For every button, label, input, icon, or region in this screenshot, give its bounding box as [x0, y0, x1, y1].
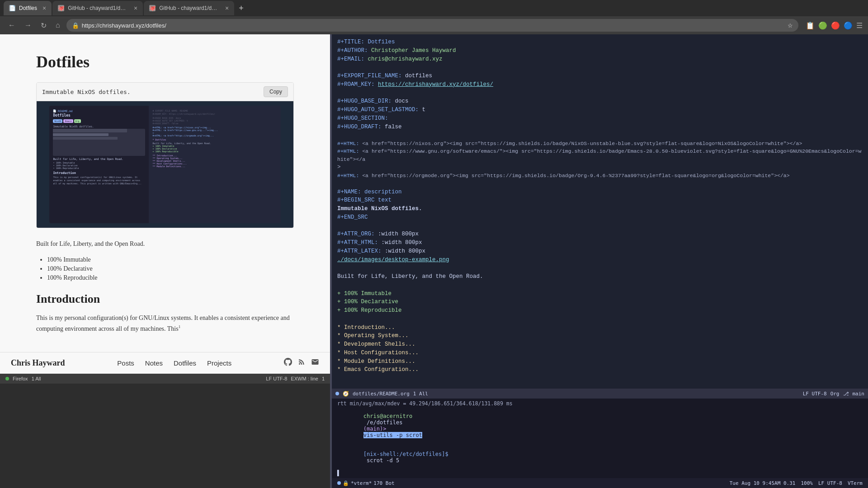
cursor-line: ▌ [337, 470, 863, 476]
sys-right: Tue Aug 10 9:45AM 0.31 100% LF UTF-8 VTe… [730, 480, 863, 486]
browser-name: Firefox [13, 376, 28, 381]
terminal-bottom: rtt min/avg/max/mdev = 49.294/186.651/36… [332, 399, 868, 478]
term-line-17: #+END_SRC [337, 213, 863, 222]
intro-title: Introduction [36, 292, 294, 306]
new-tab-button[interactable]: + [235, 4, 247, 13]
tab-title-2: GitHub - chayward1/doth... [68, 5, 128, 11]
terminal-status-bar: 🧭 dotfiles/README.org 1 All LF UTF-8 Org… [332, 389, 868, 399]
webpage-content: Dotfiles Immutable NixOS dotfiles. Copy … [0, 34, 330, 352]
tab-title-3: GitHub - chayward1/doth... [159, 5, 220, 11]
encoding-label: LF UTF-8 [266, 376, 287, 381]
page-description: Built for Life, Liberty, and the Open Ro… [36, 239, 294, 249]
tab-close-1[interactable]: × [42, 5, 46, 12]
term-branch-icon: ⎇ [843, 391, 849, 397]
browser-workspaces: 1 All [32, 376, 41, 381]
tab-dotfiles[interactable]: 📄 Dotfiles × [4, 1, 52, 15]
browser-panel: Dotfiles Immutable NixOS dotfiles. Copy … [0, 34, 330, 352]
term-line-30: * Module Definitions... [337, 357, 863, 366]
term-branch: main [853, 391, 865, 397]
sys-indicator [337, 481, 341, 485]
footer-nav: Chris Hayward Posts Notes Dotfiles Proje… [0, 352, 330, 374]
screenshot-image: 📄 README.md Dotfiles NixOS Emacs Org Imm… [37, 101, 293, 228]
copy-button[interactable]: Copy [264, 86, 288, 97]
line-num: 1 [322, 376, 325, 381]
code-block-container: Immutable NixOS dotfiles. Copy 📄 README.… [36, 82, 294, 228]
term-mode: Org [830, 391, 840, 397]
term-line-blank-8 [337, 315, 863, 324]
footer-link-dotfiles[interactable]: Dotfiles [174, 359, 196, 367]
term-line-25: + 100% Reproducible [337, 306, 863, 315]
profile-button[interactable]: 🟢 [818, 21, 827, 30]
screenshot-inner: 📄 README.md Dotfiles NixOS Emacs Org Imm… [49, 106, 280, 223]
page-title: Dotfiles [36, 52, 294, 71]
terminal-content[interactable]: #+TITLE: Dotfiles #+AUTHOR: Christopher … [332, 34, 868, 389]
cmd-highlight: vis-utils -p scrot [363, 432, 422, 438]
term-line-8: #+HUGO_SECTION: [337, 114, 863, 123]
list-item-1: 100% Immutable [47, 256, 294, 263]
term-line-18: #+ATTR_ORG: :width 800px [337, 230, 863, 239]
tab-favicon-1: 📄 [9, 5, 15, 11]
extensions-button[interactable]: 📋 [806, 21, 815, 30]
term-line-blank-7 [337, 281, 863, 290]
bookmark-icon[interactable]: ☆ [788, 22, 793, 29]
terminal-panel: #+TITLE: Dotfiles #+AUTHOR: Christopher … [332, 34, 868, 488]
tab-favicon-3: 🐙 [149, 5, 156, 11]
tab-favicon-2: 🐙 [58, 5, 64, 11]
screenshot-left-panel: 📄 README.md Dotfiles NixOS Emacs Org Imm… [49, 106, 149, 223]
menu-button[interactable]: ☰ [856, 21, 863, 30]
sys-battery: 100% [801, 480, 813, 486]
term-line-7: #+HUGO_AUTO_SET_LASTMOD: t [337, 106, 863, 114]
prompt-line: chris@acernitro /e/dotfiles (main)> vis-… [337, 407, 863, 445]
browser-status-bar: Firefox 1 All LF UTF-8 EXWM : line 1 [0, 374, 330, 384]
browser-chrome: 📄 Dotfiles × 🐙 GitHub - chayward1/doth..… [0, 0, 868, 34]
term-line-3: #+EMAIL: chris@chrishayward.xyz [337, 55, 863, 64]
term-line-blank-4 [337, 179, 863, 188]
forward-button[interactable]: → [22, 19, 34, 31]
term-line-20: #+ATTR_LATEX: :width 800px [337, 247, 863, 256]
rss-icon[interactable] [297, 358, 306, 368]
tab-bar: 📄 Dotfiles × 🐙 GitHub - chayward1/doth..… [0, 0, 868, 16]
tab-close-3[interactable]: × [225, 5, 229, 12]
browser-panel-wrapper: Dotfiles Immutable NixOS dotfiles. Copy … [0, 34, 330, 488]
term-indicator [335, 392, 339, 395]
screenshot-right-panel: # EXPORT_FILE_NAME: README #+ROAM_KEY: h… [149, 106, 280, 223]
term-line-27: * Operating System... [337, 332, 863, 340]
sys-left: 🔒 *vterm* 170 Bot [337, 480, 395, 486]
term-line-21: ./docs/images/desktop-example.png [337, 256, 863, 264]
rtt-line: rtt min/avg/max/mdev = 49.294/186.651/36… [337, 400, 863, 407]
term-line-12: > [337, 163, 863, 172]
addon-button-2[interactable]: 🔵 [844, 21, 853, 30]
nav-bar: ← → ↻ ⌂ 🔒 https://chrishayward.xyz/dotfi… [0, 16, 868, 34]
term-line-4: #+EXPORT_FILE_NAME: dotfiles [337, 72, 863, 80]
term-line-11: #+HTML: <a href="https://www.gnu.org/sof… [337, 147, 863, 163]
refresh-button[interactable]: ↻ [38, 19, 49, 32]
email-icon[interactable] [311, 358, 319, 368]
term-line-blank-3 [337, 131, 863, 140]
footer-link-posts[interactable]: Posts [117, 359, 134, 367]
sys-status-bar: 🔒 *vterm* 170 Bot Tue Aug 10 9:45AM 0.31… [332, 478, 868, 488]
term-line-blank-1 [337, 63, 863, 72]
tab-github-1[interactable]: 🐙 GitHub - chayward1/doth... × [52, 1, 143, 15]
svg-point-0 [299, 363, 300, 365]
term-compass-icon: 🧭 [343, 391, 349, 397]
code-block-text: Immutable NixOS dotfiles. [42, 89, 131, 95]
term-line-1: #+TITLE: Dotfiles [337, 38, 863, 47]
term-line-6: #+HUGO_BASE_DIR: docs [337, 97, 863, 106]
address-bar[interactable]: 🔒 https://chrishayward.xyz/dotfiles/ ☆ [66, 19, 798, 32]
term-status-right: LF UTF-8 Org ⎇ main [803, 391, 864, 397]
github-icon[interactable] [284, 358, 292, 368]
nix-shell-line: [nix-shell:/etc/dotfiles]$ scrot -d 5 [337, 445, 863, 470]
status-dot [5, 377, 9, 380]
term-position: 1 All [413, 391, 428, 397]
addon-button-1[interactable]: 🔴 [831, 21, 840, 30]
tab-github-2[interactable]: 🐙 GitHub - chayward1/doth... × [144, 1, 234, 15]
term-line-19: #+ATTR_HTML: :width 800px [337, 239, 863, 247]
footer-link-projects[interactable]: Projects [207, 359, 231, 367]
tab-close-2[interactable]: × [134, 5, 137, 12]
term-line-14: #+NAME: description [337, 188, 863, 197]
url-display: https://chrishayward.xyz/dotfiles/ [82, 22, 785, 29]
footer-link-notes[interactable]: Notes [145, 359, 163, 367]
term-line-13: #+HTML: <a href="https://orgmode.org"><i… [337, 172, 863, 179]
back-button[interactable]: ← [5, 19, 18, 31]
home-button[interactable]: ⌂ [53, 19, 63, 31]
